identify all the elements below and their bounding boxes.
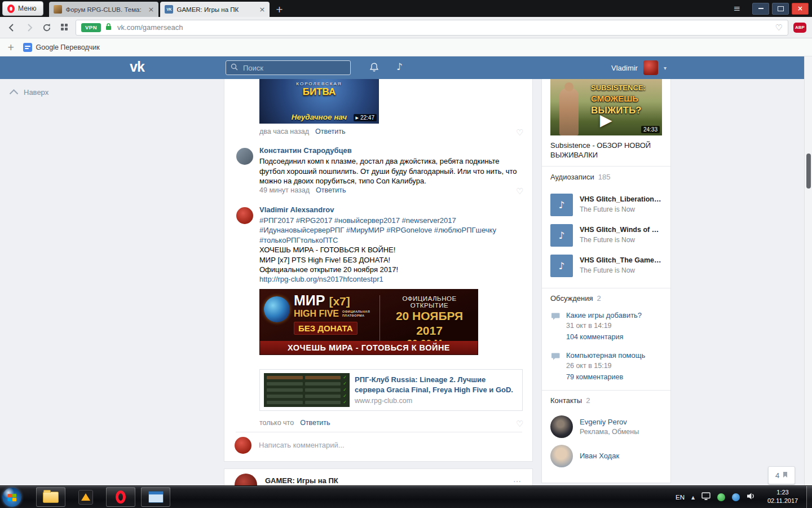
opera-menu-button[interactable]: Меню — [2, 1, 43, 16]
speed-dial-icon[interactable] — [58, 21, 70, 34]
tab-list: Форум RPG-CLUB. Тема: × VK GAMER: Игры н… — [49, 0, 287, 17]
search-input[interactable] — [242, 63, 346, 73]
browser-tab-strip: Меню Форум RPG-CLUB. Тема: × VK GAMER: И… — [0, 0, 812, 17]
discussion-title[interactable]: Компьютерная помощь — [566, 351, 645, 360]
discussion-title[interactable]: Какие игры добавить? — [566, 311, 642, 319]
reload-button[interactable] — [41, 21, 53, 34]
header-user-menu[interactable]: Vladimir ▾ — [611, 60, 667, 75]
lock-icon — [105, 23, 112, 33]
maximize-button[interactable] — [772, 3, 789, 15]
reply-link[interactable]: Ответить — [315, 128, 345, 135]
clock-time: 1:23 — [762, 488, 803, 497]
back-button[interactable] — [6, 21, 18, 34]
tray-display-icon[interactable] — [701, 492, 710, 503]
system-tray: EN ▲ — [676, 486, 756, 508]
banner-opening-label: ОФИЦИАЛЬНОЕ ОТКРЫТИЕ — [383, 295, 475, 309]
contact-item[interactable]: Evgeniy Perov Реклама, Обмены — [550, 415, 662, 440]
forward-button[interactable] — [23, 21, 36, 34]
discussion-comments[interactable]: 79 комментариев — [566, 373, 623, 381]
link-title[interactable]: РПГ-Клуб Russia: Lineage 2. Лучшие серве… — [355, 375, 517, 395]
url-field[interactable]: VPN ♡ — [76, 20, 788, 36]
close-window-button[interactable]: × — [792, 3, 809, 15]
opera-taskbar-button[interactable] — [106, 487, 135, 507]
hashtag-line[interactable]: #РПГ2017 #RPG2017 #новыйсервер2017 #news… — [259, 216, 522, 225]
contact-avatar[interactable] — [550, 415, 573, 438]
audio-section-header[interactable]: Аудиозаписи185 — [550, 173, 610, 181]
commenter-avatar[interactable] — [236, 207, 253, 224]
floating-counter-widget[interactable]: 4 — [768, 466, 795, 484]
tray-expand-icon[interactable]: ▲ — [691, 495, 695, 500]
hashtag-line[interactable]: #ИдунановыйсерверРПГ #МируМИР #RPGonelov… — [259, 225, 522, 235]
tray-app-green-icon[interactable] — [717, 493, 725, 501]
minimize-button[interactable] — [752, 3, 769, 15]
bookmark-google-translate[interactable]: Google Переводчик — [23, 43, 100, 52]
sidebar-video-thumbnail[interactable]: SUBSISTENCE: СМОЖЕШЬ ВЫЖИТЬ? ▶ 24:33 — [550, 79, 662, 135]
tab-close-icon[interactable]: × — [148, 6, 155, 13]
commenter-name[interactable]: Vladimir Alexsandrov — [259, 205, 334, 214]
like-heart-icon[interactable]: ♡ — [516, 187, 523, 196]
new-tab-button[interactable]: + — [271, 2, 287, 17]
group-name[interactable]: GAMER: Игры на ПК — [265, 476, 338, 485]
user-avatar — [643, 60, 658, 75]
contact-name[interactable]: Evgeniy Perov — [580, 418, 627, 426]
comment-input[interactable]: Написать комментарий... — [259, 441, 345, 449]
adblock-badge[interactable]: ABP — [793, 23, 806, 33]
page-scrollbar[interactable] — [804, 56, 812, 485]
vk-logo[interactable]: vk — [130, 59, 144, 75]
commenter-avatar[interactable] — [236, 148, 253, 165]
link-preview-card[interactable]: ✓ ✓ ✓ ✓ ✓ РПГ-Клуб Russia: Lineage 2. Лу… — [259, 369, 523, 411]
contact-item[interactable]: Иван Ходак — [550, 445, 662, 470]
explorer-taskbar-button[interactable] — [36, 487, 65, 507]
to-top-link[interactable]: Наверх — [9, 88, 48, 97]
discussion-date: 31 окт в 14:19 — [566, 322, 612, 330]
language-indicator[interactable]: EN — [676, 494, 685, 501]
reply-link[interactable]: Ответить — [316, 186, 346, 194]
post-menu-icon[interactable]: … — [513, 475, 521, 484]
discussion-comments[interactable]: 104 комментария — [566, 333, 623, 341]
audio-item[interactable]: ♪ VHS Glitch_The Game is … The Future is… — [550, 255, 662, 277]
group-avatar[interactable] — [235, 474, 257, 485]
start-button[interactable] — [2, 488, 21, 507]
audio-item[interactable]: ♪ VHS Glitch_Liberation Day The Future i… — [550, 194, 662, 216]
commenter-name[interactable]: Константин Стародубцев — [259, 146, 352, 155]
contact-name[interactable]: Иван Ходак — [580, 452, 619, 460]
bookmark-heart-icon[interactable]: ♡ — [775, 23, 783, 33]
window-app-taskbar-button[interactable] — [141, 487, 170, 507]
url-input[interactable] — [116, 23, 771, 32]
discussions-section-header[interactable]: Обсуждения2 — [550, 294, 601, 303]
vk-search[interactable] — [226, 60, 351, 75]
contact-avatar[interactable] — [550, 445, 573, 467]
audio-item[interactable]: ♪ VHS Glitch_Winds of Vict… The Future i… — [550, 224, 662, 247]
contacts-section-header[interactable]: Контакты2 — [550, 396, 590, 405]
add-bookmark-icon[interactable]: + — [7, 42, 15, 52]
browser-tab-vk-gamer[interactable]: VK GAMER: Игры на ПК × — [160, 2, 270, 17]
audio-artist: The Future is Now — [580, 236, 635, 244]
reply-link[interactable]: Ответить — [300, 419, 330, 427]
hashtag-line[interactable]: #толькоРПГтолькоПТС — [259, 235, 522, 245]
like-heart-icon[interactable]: ♡ — [516, 129, 523, 137]
discussion-item[interactable]: Какие игры добавить? 31 окт в 14:19 104 … — [550, 311, 662, 346]
comment-link[interactable]: http://rpg-club.org/ns2017hfcontestpr1 — [259, 274, 522, 284]
sidebar-video-title[interactable]: Subsistence - ОБЗОР НОВОЙ ВЫЖИВАЛКИ — [550, 141, 655, 160]
window-app-icon — [148, 491, 164, 503]
tray-volume-icon[interactable] — [747, 492, 756, 502]
browser-tab-rpg-club[interactable]: Форум RPG-CLUB. Тема: × — [49, 2, 158, 17]
music-icon[interactable]: ♪ — [396, 61, 403, 72]
tab-close-icon[interactable]: × — [259, 6, 266, 13]
discussion-item[interactable]: Компьютерная помощь 26 окт в 15:19 79 ко… — [550, 351, 662, 386]
notifications-bell-icon[interactable] — [369, 62, 379, 75]
tab-menu-icon[interactable]: ≡ — [733, 3, 740, 14]
tray-app-blue-icon[interactable] — [732, 493, 740, 501]
scrollbar-thumb[interactable] — [806, 154, 811, 189]
banner-opening-date: 20 НОЯБРЯ 2017 — [383, 309, 475, 338]
promo-banner-image[interactable]: МИР [x7] HIGH FIVEОФИЦИАЛЬНАЯ ПЛАТФОРМА … — [259, 289, 478, 355]
like-heart-icon[interactable]: ♡ — [516, 420, 523, 428]
vpn-badge[interactable]: VPN — [81, 23, 101, 32]
play-icon[interactable]: ▶ — [600, 111, 612, 129]
page-body: Наверх КОРОЛЕВСКАЯ БИТВА Неудачное нач ▶… — [0, 79, 812, 485]
taskbar-clock[interactable]: 1:23 02.11.2017 — [762, 488, 803, 505]
divider — [542, 288, 670, 288]
show-desktop-button[interactable] — [806, 486, 812, 508]
comment-video-thumbnail[interactable]: КОРОЛЕВСКАЯ БИТВА Неудачное нач ▶ 22:47 — [259, 79, 379, 124]
app-taskbar-button-triangle[interactable] — [71, 487, 100, 507]
